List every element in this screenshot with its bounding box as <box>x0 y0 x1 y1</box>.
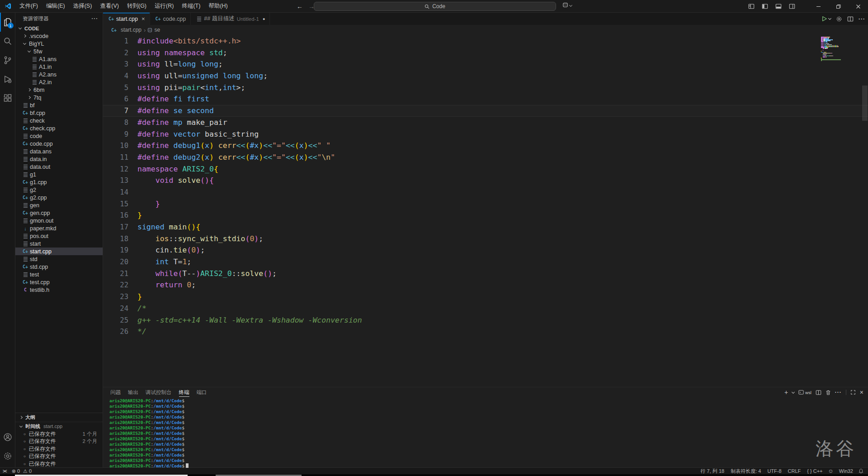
panel-tab-调试控制台[interactable]: 调试控制台 <box>142 387 175 397</box>
panel-more-actions-icon[interactable]: ··· <box>835 389 842 395</box>
tab-## 题目描述[interactable]: ## 题目描述Untitled-1● <box>191 13 270 25</box>
tree-item-std[interactable]: std <box>15 255 103 263</box>
remote-indicator[interactable]: >< <box>3 469 6 474</box>
toggle-panel-icon[interactable] <box>773 0 784 13</box>
customize-layout-icon[interactable] <box>746 0 757 13</box>
tree-root-code[interactable]: CODE <box>15 24 103 32</box>
command-center-search[interactable]: Code <box>314 2 556 11</box>
editor-scrollbar[interactable] <box>862 35 868 387</box>
tree-item-bf[interactable]: bf <box>15 101 103 109</box>
terminal-output[interactable]: aris20@ARIS20-PC:/mnt/d/Code$aris20@ARIS… <box>103 397 868 467</box>
tree-item-bf.cpp[interactable]: C+bf.cpp <box>15 109 103 117</box>
editor-settings-gear-icon[interactable] <box>836 16 842 22</box>
kill-terminal-trash-icon[interactable] <box>826 390 831 395</box>
close-tab-icon[interactable]: × <box>142 15 145 22</box>
menu-查看(V)[interactable]: 查看(V) <box>96 1 123 11</box>
explorer-more-actions-icon[interactable]: ··· <box>92 16 99 21</box>
window-restore-button[interactable] <box>828 0 848 13</box>
search-sidebar-icon[interactable] <box>0 32 15 51</box>
tree-item-A1.in[interactable]: A1.in <box>15 63 103 71</box>
menu-帮助(H)[interactable]: 帮助(H) <box>204 1 231 11</box>
tree-item-paper.mkd[interactable]: ↓paper.mkd <box>15 224 103 232</box>
menu-选择(S)[interactable]: 选择(S) <box>69 1 96 11</box>
code-editor[interactable]: 1#include<bits/stdc++.h>2using namespace… <box>103 35 868 387</box>
tree-item-data.in[interactable]: data.in <box>15 155 103 163</box>
account-icon[interactable] <box>0 428 15 447</box>
nav-back-icon[interactable]: ← <box>297 3 303 10</box>
maximize-panel-icon[interactable] <box>850 390 856 395</box>
menu-运行(R)[interactable]: 运行(R) <box>151 1 178 11</box>
tree-item-code[interactable]: code <box>15 132 103 140</box>
extensions-icon[interactable] <box>0 89 15 108</box>
window-minimize-button[interactable] <box>808 0 828 13</box>
tree-item-start.cpp[interactable]: C+start.cpp <box>15 248 103 255</box>
tab-code.cpp[interactable]: C+code.cpp <box>150 13 191 25</box>
tree-item-6bm[interactable]: 6bm <box>15 86 103 94</box>
run-debug-icon[interactable] <box>0 70 15 89</box>
tree-item-BigYL[interactable]: BigYL <box>15 40 103 48</box>
settings-gear-icon[interactable] <box>0 447 15 466</box>
tree-item-data.out[interactable]: data.out <box>15 163 103 171</box>
problems-status[interactable]: ⊗0 ⚠0 <box>12 468 32 474</box>
notifications-bell-icon[interactable] <box>859 468 863 474</box>
tree-item-testlib.h[interactable]: Ctestlib.h <box>15 286 103 294</box>
tree-item-test[interactable]: test <box>15 271 103 278</box>
tab-start.cpp[interactable]: C+start.cpp× <box>103 13 150 25</box>
scrollbar-thumb[interactable] <box>862 86 868 121</box>
panel-tab-端口[interactable]: 端口 <box>193 387 211 397</box>
tree-item-check.cpp[interactable]: C+check.cpp <box>15 124 103 132</box>
tree-item-code.cpp[interactable]: C+code.cpp <box>15 140 103 148</box>
menu-编辑(E)[interactable]: 编辑(E) <box>42 1 69 11</box>
tree-item-std.cpp[interactable]: C+std.cpp <box>15 263 103 271</box>
tree-item-gen.cpp[interactable]: C+gen.cpp <box>15 209 103 217</box>
panel-tab-问题[interactable]: 问题 <box>107 387 124 397</box>
panel-tab-输出[interactable]: 输出 <box>124 387 142 397</box>
window-close-button[interactable] <box>848 0 868 13</box>
tree-item-gmon.out[interactable]: gmon.out <box>15 217 103 224</box>
timeline-item[interactable]: ○已保存文件 <box>15 460 103 467</box>
timeline-item[interactable]: ○已保存文件 <box>15 453 103 461</box>
tree-item-g1.cpp[interactable]: C+g1.cpp <box>15 178 103 186</box>
new-terminal-button[interactable]: + <box>784 390 788 395</box>
toggle-secondary-sidebar-icon[interactable] <box>787 0 797 13</box>
timeline-item[interactable]: ○已保存文件 <box>15 445 103 453</box>
terminal-dropdown-icon[interactable] <box>792 390 795 393</box>
split-terminal-icon[interactable] <box>816 390 821 395</box>
split-editor-icon[interactable] <box>847 16 854 22</box>
tree-item-A2.ans[interactable]: A2.ans <box>15 71 103 78</box>
tree-item-test.cpp[interactable]: C+test.cpp <box>15 278 103 286</box>
tree-item-gen[interactable]: gen <box>15 201 103 209</box>
run-or-debug-button[interactable] <box>821 15 831 22</box>
toggle-sidebar-icon[interactable] <box>760 0 770 13</box>
tree-item-5fw[interactable]: 5fw <box>15 48 103 55</box>
tree-item-start[interactable]: start <box>15 240 103 248</box>
copilot-chat-button[interactable] <box>562 2 572 8</box>
editor-more-actions-icon[interactable]: ··· <box>859 16 865 22</box>
tree-item-check[interactable]: check <box>15 117 103 124</box>
tree-item-.vscode[interactable]: .vscode <box>15 32 103 40</box>
outline-section-header[interactable]: 大纲 <box>15 413 103 422</box>
explorer-icon[interactable]: 1 <box>0 13 15 32</box>
tree-item-g2.cpp[interactable]: C+g2.cpp <box>15 194 103 201</box>
timeline-section-header[interactable]: 时间线 start.cpp <box>15 422 103 430</box>
tree-item-A2.in[interactable]: A2.in <box>15 78 103 86</box>
menu-文件(F)[interactable]: 文件(F) <box>15 1 42 11</box>
tree-item-pos.out[interactable]: pos.out <box>15 232 103 240</box>
menu-终端(T)[interactable]: 终端(T) <box>178 1 204 11</box>
close-panel-icon[interactable]: × <box>860 389 863 396</box>
menu-转到(G)[interactable]: 转到(G) <box>123 1 151 11</box>
timeline-item[interactable]: ○已保存文件1 个月 <box>15 430 103 438</box>
panel-tab-终端[interactable]: 终端 <box>175 387 193 397</box>
tree-item-7tq[interactable]: 7tq <box>15 94 103 101</box>
breadcrumb-symbol[interactable]: se <box>154 27 160 33</box>
minimap[interactable] <box>821 37 843 61</box>
feedback-smiley-icon[interactable]: ☺ <box>828 468 834 474</box>
tree-item-data.ans[interactable]: data.ans <box>15 148 103 155</box>
tree-item-A1.ans[interactable]: A1.ans <box>15 55 103 63</box>
terminal-instance-wsl[interactable]: wsl <box>798 390 811 395</box>
tree-item-g2[interactable]: g2 <box>15 186 103 194</box>
tree-item-g1[interactable]: g1 <box>15 171 103 178</box>
breadcrumb-file[interactable]: start.cpp <box>121 27 142 33</box>
source-control-icon[interactable] <box>0 51 15 70</box>
platform-indicator[interactable]: Win32 <box>839 468 853 474</box>
